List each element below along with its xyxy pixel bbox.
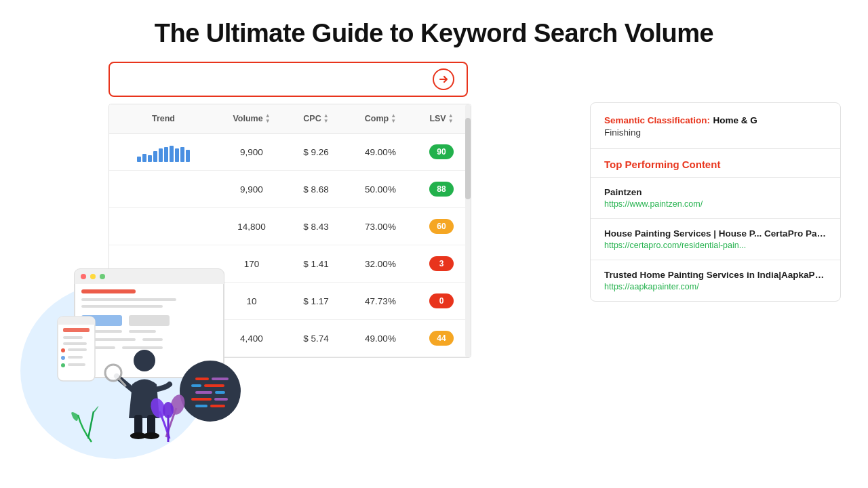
svg-rect-46 — [214, 398, 228, 401]
illustration — [14, 228, 264, 462]
svg-rect-39 — [195, 378, 209, 380]
comp-cell: 49.00% — [347, 147, 414, 157]
col-trend: Trend — [109, 111, 218, 126]
trend-bar — [186, 150, 190, 162]
lsv-cell: 0 — [414, 293, 469, 308]
volume-cell: 9,900 — [218, 147, 285, 157]
trend-bar — [175, 148, 179, 162]
lsv-badge: 0 — [429, 293, 454, 308]
top-performing-content-section: Top Performing Content — [591, 149, 840, 178]
svg-rect-29 — [68, 356, 83, 359]
svg-rect-34 — [134, 415, 142, 435]
svg-rect-42 — [204, 384, 224, 387]
content-item-2: House Painting Services | House P... Cer… — [591, 219, 840, 260]
svg-rect-24 — [63, 342, 87, 345]
cpc-cell: $ 1.41 — [285, 259, 347, 269]
svg-rect-22 — [63, 328, 90, 332]
svg-rect-16 — [142, 338, 163, 341]
svg-point-26 — [61, 356, 65, 360]
svg-point-7 — [100, 274, 105, 279]
comp-cell: 49.00% — [347, 333, 414, 344]
right-panel: Semantic Classification: Home & G Finish… — [590, 102, 841, 302]
trend-bar — [170, 146, 174, 162]
col-lsv[interactable]: LSV ▲▼ — [414, 111, 469, 126]
svg-rect-30 — [68, 363, 85, 366]
svg-rect-10 — [81, 305, 163, 308]
svg-rect-12 — [129, 315, 170, 326]
trend-bar — [153, 151, 157, 162]
svg-point-37 — [143, 432, 159, 439]
search-submit-icon[interactable] — [431, 67, 456, 92]
content-item-1: Paintzen https://www.paintzen.com/ — [591, 178, 840, 219]
content-item-url[interactable]: https://certapro.com/residential-pain... — [604, 241, 827, 250]
content-item-url[interactable]: https://aapkapainter.com/ — [604, 282, 827, 291]
semantic-label: Semantic Classification: — [604, 115, 710, 125]
table-row: 9,900 $ 8.68 50.00% 88 — [109, 171, 471, 208]
svg-point-51 — [163, 402, 174, 418]
semantic-section: Semantic Classification: Home & G Finish… — [591, 103, 840, 149]
svg-rect-41 — [191, 384, 201, 387]
lsv-sort-icon: ▲▼ — [448, 113, 454, 124]
semantic-finishing: Finishing — [604, 127, 827, 138]
svg-rect-48 — [210, 405, 225, 407]
trend-cell — [109, 142, 218, 162]
comp-cell: 73.00% — [347, 222, 414, 232]
lsv-cell: 3 — [414, 256, 469, 271]
search-bar-container — [108, 62, 570, 97]
svg-point-6 — [90, 274, 96, 279]
lsv-cell: 44 — [414, 331, 469, 346]
trend-bar — [180, 147, 184, 162]
trend-bar — [164, 147, 168, 162]
svg-rect-40 — [212, 378, 229, 380]
lsv-badge: 60 — [429, 219, 454, 234]
cpc-cell: $ 8.43 — [285, 222, 347, 232]
col-cpc[interactable]: CPC ▲▼ — [285, 111, 347, 126]
volume-cell: 9,900 — [218, 184, 285, 195]
lsv-badge: 88 — [429, 182, 454, 197]
svg-rect-9 — [81, 298, 176, 301]
page-title: The Ultimate Guide to Keyword Search Vol… — [0, 0, 868, 62]
content-item-title: House Painting Services | House P... Cer… — [604, 228, 827, 239]
cpc-cell: $ 1.17 — [285, 296, 347, 306]
trend-bar — [159, 148, 163, 162]
trend-bar — [142, 154, 146, 162]
content-item-3: Trusted Home Painting Services in India|… — [591, 260, 840, 301]
col-volume[interactable]: Volume ▲▼ — [218, 111, 285, 126]
svg-rect-8 — [81, 289, 136, 293]
top-performing-content-title: Top Performing Content — [604, 159, 827, 170]
svg-rect-43 — [195, 391, 212, 394]
lsv-badge: 44 — [429, 331, 454, 346]
content-item-title: Trusted Home Painting Services in India|… — [604, 270, 827, 280]
col-comp[interactable]: Comp ▲▼ — [347, 111, 414, 126]
left-section: Trend Volume ▲▼ CPC ▲▼ Comp ▲▼ LSV ▲▼ — [27, 62, 570, 475]
comp-cell: 50.00% — [347, 184, 414, 195]
comp-cell: 47.73% — [347, 296, 414, 306]
content-item-url[interactable]: https://www.paintzen.com/ — [604, 199, 827, 209]
svg-rect-47 — [195, 405, 208, 407]
cpc-cell: $ 5.74 — [285, 333, 347, 344]
lsv-cell: 60 — [414, 219, 469, 234]
lsv-cell: 90 — [414, 144, 469, 159]
table-row: 9,900 $ 9.26 49.00% 90 — [109, 134, 471, 171]
cpc-sort-icon: ▲▼ — [323, 113, 329, 124]
svg-point-27 — [61, 363, 65, 367]
main-layout: Trend Volume ▲▼ CPC ▲▼ Comp ▲▼ LSV ▲▼ — [0, 62, 868, 475]
table-header: Trend Volume ▲▼ CPC ▲▼ Comp ▲▼ LSV ▲▼ — [109, 104, 471, 134]
lsv-badge: 3 — [429, 256, 454, 271]
search-bar[interactable] — [108, 62, 468, 97]
comp-cell: 32.00% — [347, 259, 414, 269]
lsv-badge: 90 — [429, 144, 454, 159]
svg-rect-14 — [129, 330, 156, 333]
svg-rect-23 — [63, 336, 83, 339]
trend-bar — [137, 157, 141, 162]
svg-rect-44 — [215, 391, 225, 394]
svg-rect-35 — [147, 415, 155, 435]
svg-rect-18 — [122, 346, 163, 349]
trend-cell — [109, 179, 218, 199]
comp-sort-icon: ▲▼ — [391, 113, 396, 124]
scrollbar-track[interactable] — [465, 104, 471, 357]
semantic-classification-line: Semantic Classification: Home & G — [604, 114, 827, 126]
svg-point-5 — [81, 274, 86, 279]
scrollbar-thumb[interactable] — [465, 118, 471, 199]
svg-point-31 — [134, 350, 155, 371]
